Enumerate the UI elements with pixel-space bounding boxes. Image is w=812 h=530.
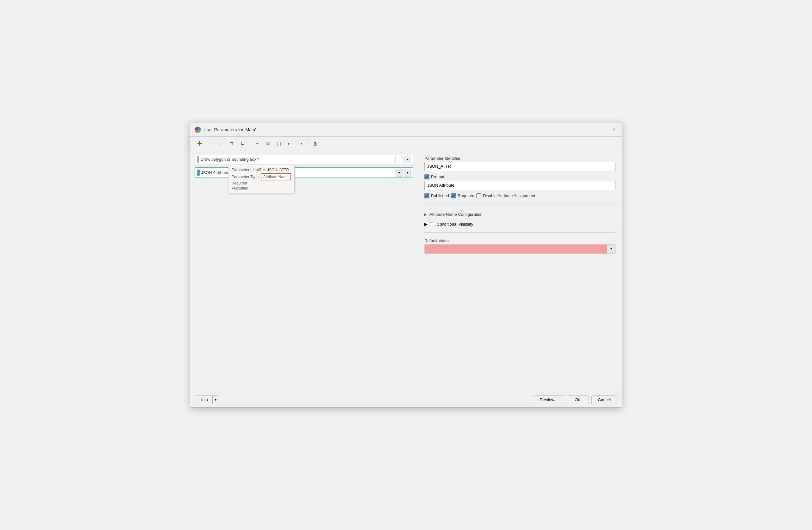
preview-button[interactable]: Preview...	[533, 396, 564, 404]
tooltip-attribute-name-highlight: Attribute Name	[261, 173, 291, 180]
toolbar-separator-1	[250, 141, 250, 147]
cond-visibility-label[interactable]: Conditional Visibility	[437, 222, 473, 226]
attr-name-config-header[interactable]: ▶ Attribute Name Configuration	[424, 210, 615, 219]
prompt-section: Prompt:	[424, 174, 615, 190]
published-checkbox[interactable]	[424, 193, 430, 198]
prompt-input[interactable]	[424, 181, 615, 190]
cond-visibility-checkbox[interactable]	[430, 222, 434, 226]
paste-button[interactable]: 📋	[274, 139, 284, 148]
polygon-ellipsis-button[interactable]: …	[395, 156, 403, 163]
polygon-row-handle	[197, 156, 199, 163]
json-attr-row: JSON Attribute:* ▾ ▾	[194, 167, 413, 178]
title-bar: User Parameters for 'Main' ×	[190, 123, 622, 137]
default-value-section: Default Value: ▾	[424, 238, 615, 254]
divider-2	[424, 232, 615, 233]
prompt-checkbox-item: Prompt:	[424, 174, 446, 179]
json-attr-handle	[197, 170, 200, 176]
param-identifier-label: Parameter Identifier:	[424, 156, 615, 161]
required-label[interactable]: Required	[458, 193, 474, 198]
required-checkbox-item: Required	[451, 193, 474, 198]
app-icon	[194, 127, 201, 133]
default-value-row: ▾	[424, 244, 615, 254]
tooltip-required: Required	[232, 181, 291, 186]
polygon-param-row: Draw polygon or bounding box:* … ▾	[194, 154, 413, 165]
cut-button[interactable]: ✂	[252, 139, 262, 148]
cancel-button[interactable]: Cancel	[592, 396, 618, 404]
json-attr-select-button[interactable]: ▾	[395, 169, 403, 177]
dialog-title: User Parameters for 'Main'	[203, 127, 256, 132]
options-checkbox-row: Published Required Disable Attribute Ass…	[424, 193, 615, 198]
add-button[interactable]: ✚	[194, 139, 204, 148]
toolbar: ✚ ↑ ↓ ⇈ ⇊ ✂ ⧉ 📋 ↩ ↪ 🗑	[190, 137, 622, 151]
move-up-button[interactable]: ↑	[205, 139, 215, 148]
close-button[interactable]: ×	[610, 126, 618, 133]
published-checkbox-item: Published	[424, 193, 449, 198]
param-identifier-input[interactable]	[424, 162, 615, 171]
move-down-button[interactable]: ↓	[216, 139, 226, 148]
main-content: Draw polygon or bounding box:* … ▾ JSON …	[190, 151, 622, 392]
prompt-checkbox[interactable]	[424, 174, 430, 179]
attr-name-config-label: Attribute Name Configuration	[430, 212, 482, 217]
required-checkbox[interactable]	[451, 193, 456, 198]
divider-1	[424, 204, 615, 204]
undo-button[interactable]: ↩	[285, 139, 294, 148]
bottom-bar: Help ▾ Preview... OK Cancel	[190, 392, 622, 407]
move-bottom-button[interactable]: ⇊	[238, 139, 247, 148]
attr-name-config-arrow: ▶	[424, 212, 427, 216]
default-value-dropdown-button[interactable]: ▾	[607, 244, 615, 254]
published-label[interactable]: Published	[431, 193, 449, 198]
prompt-label[interactable]: Prompt:	[431, 174, 446, 179]
json-attr-dropdown-button[interactable]: ▾	[404, 169, 411, 177]
help-dropdown-button[interactable]: ▾	[212, 396, 219, 404]
tooltip-published: Published	[232, 186, 291, 191]
redo-button[interactable]: ↪	[295, 139, 305, 148]
disable-attr-checkbox[interactable]	[476, 193, 481, 198]
tooltip-param-identifier: Parameter Identifier: JSON_ATTR	[232, 168, 291, 172]
tooltip-popup: Parameter Identifier: JSON_ATTR Paramete…	[228, 165, 295, 193]
ok-button[interactable]: OK	[567, 396, 589, 404]
cond-visibility-section: ▶ Conditional Visibility	[424, 222, 615, 226]
prompt-row: Prompt:	[424, 174, 615, 179]
default-value-select[interactable]	[424, 244, 607, 254]
delete-button[interactable]: 🗑	[310, 139, 320, 148]
bottom-left: Help ▾	[194, 396, 219, 404]
polygon-dropdown-button[interactable]: ▾	[404, 156, 411, 163]
left-panel: Draw polygon or bounding box:* … ▾ JSON …	[190, 151, 418, 392]
bottom-right: Preview... OK Cancel	[533, 396, 618, 404]
default-value-label: Default Value:	[424, 238, 615, 243]
dialog-window: User Parameters for 'Main' × ✚ ↑ ↓ ⇈ ⇊ ✂…	[190, 123, 622, 408]
help-button[interactable]: Help	[194, 396, 212, 404]
cond-visibility-arrow: ▶	[424, 222, 427, 226]
move-top-button[interactable]: ⇈	[227, 139, 236, 148]
param-identifier-section: Parameter Identifier:	[424, 156, 615, 171]
tooltip-param-type: Parameter Type: Attribute Name	[232, 173, 291, 180]
right-panel: Parameter Identifier: Prompt: Published	[418, 151, 622, 392]
disable-attr-checkbox-item: Disable Attribute Assignment	[476, 193, 535, 198]
title-bar-left: User Parameters for 'Main'	[194, 127, 256, 133]
polygon-row-label: Draw polygon or bounding box:*	[201, 157, 394, 162]
disable-attr-label[interactable]: Disable Attribute Assignment	[483, 193, 535, 198]
copy-button[interactable]: ⧉	[263, 139, 273, 148]
